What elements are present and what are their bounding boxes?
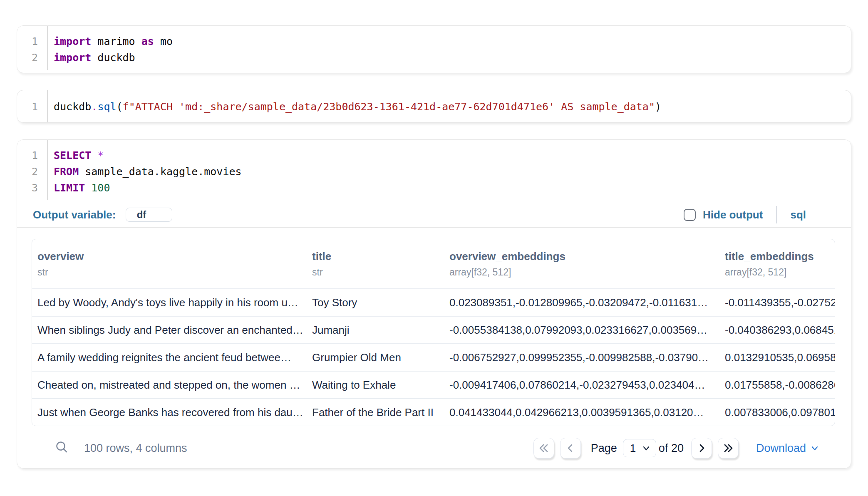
column-header-overview[interactable]: overview str xyxy=(32,250,307,278)
language-badge: sql xyxy=(790,208,806,221)
cell-title: Toy Story xyxy=(307,296,444,309)
column-header-title-embeddings[interactable]: title_embeddings array[f32, 512] xyxy=(719,250,835,278)
table-row[interactable]: A family wedding reignites the ancient f… xyxy=(32,343,835,371)
plain-token: duckdb xyxy=(91,52,135,64)
download-button[interactable]: Download xyxy=(756,442,819,455)
cell-title: Father of the Bride Part II xyxy=(307,406,444,419)
cell-overview-embeddings: -0.006752927,0.099952355,-0.009982588,-0… xyxy=(444,351,719,364)
code-cell-imports: 1 import marimo as mo 2 import duckdb xyxy=(17,25,851,73)
plain-token: sample_data.kaggle.movies xyxy=(79,166,241,178)
row-count-label: 100 rows, 4 columns xyxy=(84,442,187,455)
paren-token: ) xyxy=(655,101,661,113)
chevron-down-icon xyxy=(810,444,819,453)
column-name: overview_embeddings xyxy=(449,250,719,263)
code-cell-attach: 1 duckdb.sql(f"ATTACH 'md:_share/sample_… xyxy=(17,90,851,123)
code-text: FROM sample_data.kaggle.movies xyxy=(47,166,851,178)
first-page-button[interactable] xyxy=(533,438,554,459)
table-row[interactable]: Just when George Banks has recovered fro… xyxy=(32,398,835,426)
dot-token: . xyxy=(91,101,97,113)
table-header-row: overview str title str overview_embeddin… xyxy=(32,239,835,288)
next-page-button[interactable] xyxy=(691,438,712,459)
code-editor-attach[interactable]: 1 duckdb.sql(f"ATTACH 'md:_share/sample_… xyxy=(17,90,851,123)
line-number: 1 xyxy=(17,149,47,161)
function-token: sql xyxy=(97,101,116,113)
code-editor-imports[interactable]: 1 import marimo as mo 2 import duckdb xyxy=(17,26,851,70)
cell-overview-embeddings: 0.023089351,-0.012809965,-0.03209472,-0.… xyxy=(444,296,719,309)
column-type: str xyxy=(37,267,307,278)
line-number: 1 xyxy=(17,101,47,113)
star-token: * xyxy=(97,149,104,161)
hide-output-checkbox[interactable] xyxy=(684,209,696,221)
page-select[interactable]: 1 xyxy=(623,439,656,457)
code-line: 1 SELECT * xyxy=(17,147,851,164)
keyword-token: import xyxy=(54,35,91,47)
line-number: 2 xyxy=(17,52,47,64)
cell-overview: A family wedding reignites the ancient f… xyxy=(32,351,307,364)
code-editor-sql[interactable]: 1 SELECT * 2 FROM sample_data.kaggle.mov… xyxy=(17,140,851,200)
keyword-token: LIMIT xyxy=(54,182,91,194)
code-text: import marimo as mo xyxy=(47,35,851,47)
data-table: overview str title str overview_embeddin… xyxy=(32,239,835,426)
table-row[interactable]: Cheated on, mistreated and stepped on, t… xyxy=(32,371,835,398)
table-footer: 100 rows, 4 columns Page 1 of 20 xyxy=(32,426,834,459)
output-variable-label: Output variable: xyxy=(33,208,116,221)
cell-title-embeddings: -0.040386293,0.068451 xyxy=(719,324,835,337)
code-text: duckdb.sql(f"ATTACH 'md:_share/sample_da… xyxy=(47,101,851,113)
code-text: import duckdb xyxy=(47,52,851,64)
notebook: 1 import marimo as mo 2 import duckdb 1 … xyxy=(0,0,868,469)
code-line: 3 LIMIT 100 xyxy=(17,180,851,196)
cell-overview-embeddings: -0.009417406,0.07860214,-0.023279453,0.0… xyxy=(444,379,719,392)
column-header-overview-embeddings[interactable]: overview_embeddings array[f32, 512] xyxy=(444,250,719,278)
code-line: 1 import marimo as mo xyxy=(17,33,851,50)
sql-cell: 1 SELECT * 2 FROM sample_data.kaggle.mov… xyxy=(17,139,851,469)
cell-overview: Cheated on, mistreated and stepped on, t… xyxy=(32,379,307,392)
plain-token: mo xyxy=(154,35,173,47)
column-header-title[interactable]: title str xyxy=(307,250,444,278)
cell-overview-embeddings: -0.0055384138,0.07992093,0.023316627,0.0… xyxy=(444,324,719,337)
last-page-button[interactable] xyxy=(718,438,739,459)
column-name: title_embeddings xyxy=(725,250,835,263)
plain-token: marimo xyxy=(91,35,141,47)
variable-token: duckdb xyxy=(54,101,91,113)
cell-title-embeddings: 0.01755858,-0.0086286 xyxy=(719,379,835,392)
cell-title: Jumanji xyxy=(307,324,444,337)
cell-title: Waiting to Exhale xyxy=(307,379,444,392)
divider xyxy=(776,206,777,223)
table-row[interactable]: When siblings Judy and Peter discover an… xyxy=(32,316,835,343)
line-number: 1 xyxy=(17,35,47,47)
code-text: SELECT * xyxy=(47,149,851,161)
column-type: array[f32, 512] xyxy=(725,267,835,278)
previous-page-button[interactable] xyxy=(560,438,581,459)
code-line: 2 FROM sample_data.kaggle.movies xyxy=(17,164,851,180)
cell-title-embeddings: 0.0132910535,0.069582 xyxy=(719,351,835,364)
pagination: Page 1 of 20 Download xyxy=(533,438,819,459)
keyword-token: as xyxy=(141,35,154,47)
page-select-value: 1 xyxy=(630,442,636,455)
table-summary: 100 rows, 4 columns xyxy=(55,440,187,456)
string-token: f"ATTACH 'md:_share/sample_data/23b0d623… xyxy=(123,101,655,113)
line-number: 2 xyxy=(17,166,47,178)
output-variable-input[interactable] xyxy=(126,208,172,222)
paren-token: ( xyxy=(117,101,123,113)
hide-output-label: Hide output xyxy=(703,208,763,221)
cell-controls: Output variable: Hide output sql xyxy=(17,202,851,227)
cell-controls-right: Hide output sql xyxy=(684,206,806,223)
cell-output: overview str title str overview_embeddin… xyxy=(17,228,851,459)
cell-overview: Led by Woody, Andy's toys live happily i… xyxy=(32,296,307,309)
cell-overview: Just when George Banks has recovered fro… xyxy=(32,406,307,419)
column-type: array[f32, 512] xyxy=(449,267,719,278)
page-total-label: of 20 xyxy=(659,442,684,455)
page-label: Page xyxy=(591,442,617,455)
table-row[interactable]: Led by Woody, Andy's toys live happily i… xyxy=(32,288,835,316)
cell-overview-embeddings: 0.041433044,0.042966213,0.0039591365,0.0… xyxy=(444,406,719,419)
column-name: overview xyxy=(37,250,307,263)
cell-title-embeddings: -0.011439355,-0.027525 xyxy=(719,296,835,309)
line-number: 3 xyxy=(17,182,47,194)
keyword-token: import xyxy=(54,52,91,64)
code-line: 1 duckdb.sql(f"ATTACH 'md:_share/sample_… xyxy=(17,99,851,115)
chevron-down-icon xyxy=(642,444,651,453)
cell-title-embeddings: 0.007833006,0.097801 xyxy=(719,406,835,419)
code-text: LIMIT 100 xyxy=(47,182,851,194)
search-icon[interactable] xyxy=(55,440,69,456)
cell-title: Grumpier Old Men xyxy=(307,351,444,364)
